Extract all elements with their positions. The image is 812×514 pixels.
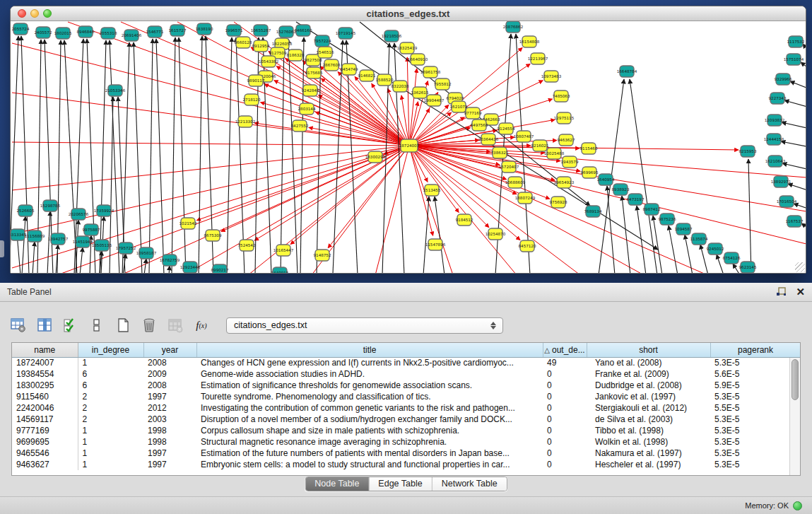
svg-text:15720407: 15720407 bbox=[499, 165, 519, 169]
table-cell: 2009 bbox=[143, 368, 196, 380]
svg-text:18226058: 18226058 bbox=[272, 42, 293, 46]
column-header-in_degree[interactable]: in_degree bbox=[78, 343, 143, 357]
svg-text:8990217: 8990217 bbox=[211, 268, 229, 272]
selection-mode-icon[interactable] bbox=[62, 317, 79, 334]
create-column-icon[interactable] bbox=[114, 317, 131, 334]
table-row[interactable]: 1872400712008Changes of HCN gene express… bbox=[12, 357, 801, 368]
column-header-title[interactable]: title bbox=[196, 343, 543, 357]
close-window-button[interactable] bbox=[18, 9, 26, 18]
close-panel-icon[interactable]: ✕ bbox=[796, 287, 805, 297]
svg-text:10025488: 10025488 bbox=[544, 151, 565, 156]
svg-text:8427552: 8427552 bbox=[291, 124, 309, 128]
collapsed-panel-handle[interactable] bbox=[0, 240, 4, 257]
svg-text:12923446: 12923446 bbox=[180, 265, 201, 269]
table-cell: 5.3E-5 bbox=[710, 436, 801, 448]
table-cell: Nakamura et al. (1997) bbox=[587, 448, 710, 459]
svg-text:7689134: 7689134 bbox=[584, 209, 602, 214]
status-bar: Memory: OK bbox=[0, 496, 812, 514]
table-cell: 9463627 bbox=[12, 459, 78, 470]
table-row[interactable]: 911546021997Tourette syndrome. Phenomeno… bbox=[12, 391, 801, 402]
table-cell: 0 bbox=[543, 391, 587, 402]
network-canvas[interactable]: 2055724240557218020158946846205531820691… bbox=[11, 21, 806, 273]
table-cell: Investigating the contribution of common… bbox=[196, 402, 543, 414]
table-cell: 1 bbox=[78, 357, 143, 368]
svg-text:20691406: 20691406 bbox=[122, 33, 142, 37]
svg-text:8457120: 8457120 bbox=[519, 244, 536, 248]
svg-text:18807249: 18807249 bbox=[515, 196, 536, 200]
svg-text:1117532: 1117532 bbox=[787, 40, 805, 44]
tab-edge-table[interactable]: Edge Table bbox=[368, 477, 431, 491]
table-selector-dropdown[interactable]: citations_edges.txt bbox=[226, 317, 503, 334]
table-row[interactable]: 969969511998Structural magnetic resonanc… bbox=[12, 436, 801, 448]
tab-network-table[interactable]: Network Table bbox=[432, 477, 507, 491]
svg-text:9115460: 9115460 bbox=[580, 146, 598, 151]
show-columns-icon[interactable] bbox=[36, 317, 53, 334]
table-row[interactable]: 2242004622012Investigating the contribut… bbox=[12, 402, 801, 414]
svg-text:2526605: 2526605 bbox=[17, 209, 35, 213]
table-cell: Stergiakouli et al. (2012) bbox=[587, 402, 710, 414]
svg-text:20876862: 20876862 bbox=[503, 25, 523, 29]
svg-text:11451944: 11451944 bbox=[73, 240, 93, 244]
svg-text:9146821: 9146821 bbox=[358, 74, 376, 78]
table-header-row[interactable]: namein_degreeyeartitle△out_de...shortpag… bbox=[12, 343, 801, 357]
svg-text:1621072: 1621072 bbox=[450, 105, 468, 109]
table-cell: Embryonic stem cells: a model to study s… bbox=[196, 459, 543, 470]
table-options-icon[interactable] bbox=[10, 317, 27, 334]
svg-text:16648784: 16648784 bbox=[617, 69, 637, 74]
table-row[interactable]: 977716911998Corpus callosum shape and si… bbox=[12, 425, 801, 436]
row-height-icon[interactable] bbox=[88, 317, 105, 334]
tab-node-table[interactable]: Node Table bbox=[305, 477, 368, 491]
column-header-out_de[interactable]: △out_de... bbox=[543, 343, 587, 357]
table-toolbar: f(x) citations_edges.txt bbox=[10, 313, 503, 338]
network-window-titlebar[interactable]: citations_edges.txt bbox=[11, 6, 806, 21]
table-cell: 5.3E-5 bbox=[710, 391, 801, 402]
column-header-short[interactable]: short bbox=[587, 343, 710, 357]
table-vertical-scrollbar[interactable] bbox=[789, 358, 800, 475]
column-header-year[interactable]: year bbox=[143, 343, 196, 357]
column-header-name[interactable]: name bbox=[12, 343, 78, 357]
table-cell: 1997 bbox=[143, 391, 196, 402]
network-window-title: citations_edges.txt bbox=[367, 8, 450, 19]
svg-text:1546771: 1546771 bbox=[146, 30, 164, 34]
svg-text:12975115: 12975115 bbox=[554, 116, 575, 120]
table-cell: 18300295 bbox=[12, 380, 78, 391]
table-cell: 1 bbox=[78, 436, 143, 448]
table-cell: 14569117 bbox=[12, 414, 78, 425]
table-cell: 0 bbox=[543, 436, 587, 448]
svg-text:7955812: 7955812 bbox=[434, 82, 452, 86]
svg-text:19218506: 19218506 bbox=[382, 34, 402, 38]
svg-text:1588520: 1588520 bbox=[376, 78, 394, 82]
svg-text:12213302: 12213302 bbox=[235, 119, 255, 124]
svg-text:8216021: 8216021 bbox=[531, 144, 549, 148]
table-cell: Disruption of a novel member of a sodium… bbox=[196, 414, 543, 425]
minimize-window-button[interactable] bbox=[30, 9, 39, 18]
delete-table-icon bbox=[167, 317, 184, 334]
table-cell: 2 bbox=[78, 402, 143, 414]
float-panel-icon[interactable] bbox=[776, 287, 787, 297]
svg-text:18724007: 18724007 bbox=[399, 144, 420, 148]
svg-text:7386321: 7386321 bbox=[491, 151, 509, 155]
memory-status-indicator[interactable] bbox=[793, 501, 802, 510]
table-row[interactable]: 1456911722003Disruption of a novel membe… bbox=[12, 414, 801, 425]
table-cell: 0 bbox=[543, 368, 587, 380]
table-row[interactable]: 946362711997Embryonic stem cells: a mode… bbox=[12, 459, 801, 470]
table-row[interactable]: 1938455462009Genome-wide association stu… bbox=[12, 368, 801, 380]
scrollbar-thumb[interactable] bbox=[792, 359, 799, 400]
table-type-tabs: Node TableEdge TableNetwork Table bbox=[305, 477, 507, 491]
column-header-pagerank[interactable]: pagerank bbox=[710, 343, 801, 357]
table-row[interactable]: 946554611997Estimation of the future num… bbox=[12, 448, 801, 459]
zoom-window-button[interactable] bbox=[43, 9, 52, 18]
table-cell: 9777169 bbox=[12, 425, 78, 436]
svg-text:10254870: 10254870 bbox=[486, 232, 506, 236]
svg-text:8938923: 8938923 bbox=[612, 187, 630, 192]
window-resize-grip[interactable] bbox=[795, 262, 805, 272]
table-cell: 1998 bbox=[143, 425, 196, 436]
table-cell: Corpus callosum shape and size in male p… bbox=[196, 425, 543, 436]
svg-text:9184512: 9184512 bbox=[456, 218, 473, 222]
citation-network-graph[interactable]: 2055724240557218020158946846205531820691… bbox=[11, 21, 806, 273]
delete-columns-icon[interactable] bbox=[141, 317, 158, 334]
table-row[interactable]: 1830029562008Estimation of significance … bbox=[12, 380, 801, 391]
function-builder-icon[interactable]: f(x) bbox=[193, 317, 210, 334]
svg-text:9124554: 9124554 bbox=[498, 127, 515, 131]
table-cell: 0 bbox=[543, 425, 587, 436]
